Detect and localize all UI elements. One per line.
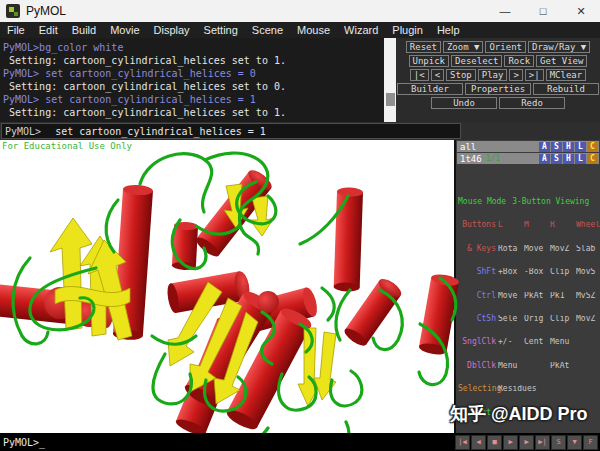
object-row-all[interactable]: all A S H L C bbox=[457, 141, 599, 152]
label-button[interactable]: L bbox=[575, 154, 586, 164]
mouse-row-ctsh: CtSh Sele Orig Clip MovZ bbox=[458, 315, 600, 323]
pymol-window: PyMOL — □ ✕ File Edit Build Movie Displa… bbox=[0, 0, 600, 451]
color-button[interactable]: C bbox=[587, 142, 598, 152]
getview-button[interactable]: Get View bbox=[536, 55, 587, 67]
menu-help[interactable]: Help bbox=[430, 24, 467, 36]
console-line: PyMOL> set cartoon_cylindrical_helices =… bbox=[3, 93, 384, 106]
zoom-dropdown[interactable]: Zoom ▼ bbox=[443, 41, 484, 53]
console-scrollbar[interactable] bbox=[384, 38, 396, 122]
console-log[interactable]: PyMOL>bg_color white Setting: cartoon_cy… bbox=[0, 38, 384, 122]
deselect-button[interactable]: Deselect bbox=[451, 55, 502, 67]
builder-button[interactable]: Builder bbox=[397, 83, 463, 95]
vcr-stop-button[interactable]: ■ bbox=[487, 435, 502, 450]
object-row-1t46[interactable]: 1t46 1/1 A S H L C bbox=[457, 153, 599, 164]
vcr-last-button[interactable]: ▶| bbox=[535, 435, 550, 450]
mouse-row-dblclk: DblClk Menu PkAt bbox=[458, 362, 600, 370]
vcr-play-button[interactable]: ▶ bbox=[503, 435, 518, 450]
color-button[interactable]: C bbox=[587, 154, 598, 164]
reset-button[interactable]: Reset bbox=[406, 41, 441, 53]
mouse-row-keys: & Keys Rota Move MovZ Slab bbox=[458, 245, 600, 253]
mouse-mode-panel: Mouse Mode 3-Button Viewing Buttons L M … bbox=[456, 182, 600, 434]
forward-button[interactable]: > bbox=[509, 69, 522, 81]
rewind-button[interactable]: |< bbox=[410, 69, 429, 81]
vcr-first-button[interactable]: |◀ bbox=[455, 435, 470, 450]
menu-display[interactable]: Display bbox=[147, 24, 197, 36]
bottom-bar: PyMOL>_ |◀ ◀ ■ ▶ ▶ ▶| S ▼ F bbox=[0, 433, 600, 451]
title-bar: PyMOL — □ ✕ bbox=[0, 0, 600, 22]
console-scrollbar-thumb[interactable] bbox=[386, 93, 395, 106]
console-line: Setting: cartoon_cylindrical_helices set… bbox=[3, 106, 384, 119]
redo-button[interactable]: Redo bbox=[499, 97, 565, 109]
control-panel: Reset Zoom ▼ Orient Draw/Ray ▼ Unpick De… bbox=[396, 38, 600, 122]
mouse-row-buttons: Buttons L M R Wheel bbox=[458, 221, 600, 229]
rock-button[interactable]: Rock bbox=[504, 55, 534, 67]
mouse-row-shift: ShFt +Box -Box Clip MovS bbox=[458, 268, 600, 276]
play-button[interactable]: Play bbox=[478, 69, 508, 81]
mouse-row-selecting[interactable]: Selecting Residues bbox=[458, 385, 600, 393]
command-bar: PyMOL> set cartoon_cylindrical_helices =… bbox=[0, 122, 600, 140]
drawray-dropdown[interactable]: Draw/Ray ▼ bbox=[528, 41, 590, 53]
close-button[interactable]: ✕ bbox=[562, 0, 600, 22]
command-value: set cartoon_cylindrical_helices = 1 bbox=[55, 126, 266, 137]
console-line: Setting: cartoon_cylindrical_helices set… bbox=[3, 54, 384, 67]
mouse-row-ctrl: Ctrl Move PkAt Pk1 MvSZ bbox=[458, 292, 600, 300]
object-state: 1/1 bbox=[486, 154, 500, 163]
vcr-controls: |◀ ◀ ■ ▶ ▶ ▶| S ▼ F bbox=[454, 435, 598, 450]
vcr-back-button[interactable]: ◀ bbox=[471, 435, 486, 450]
menu-file[interactable]: File bbox=[0, 24, 32, 36]
vcr-seq-button[interactable]: S bbox=[551, 435, 566, 450]
console-line: PyMOL>bg_color white bbox=[3, 41, 384, 54]
unpick-button[interactable]: Unpick bbox=[409, 55, 450, 67]
mouse-row-snglclk: SnglClk +/- Cent Menu bbox=[458, 338, 600, 346]
menu-scene[interactable]: Scene bbox=[245, 24, 290, 36]
menu-edit[interactable]: Edit bbox=[32, 24, 65, 36]
back-button[interactable]: < bbox=[431, 69, 444, 81]
menu-movie[interactable]: Movie bbox=[103, 24, 146, 36]
stop-button[interactable]: Stop bbox=[446, 69, 476, 81]
menu-mouse[interactable]: Mouse bbox=[290, 24, 337, 36]
vcr-rock-button[interactable]: ▼ bbox=[567, 435, 582, 450]
label-button[interactable]: L bbox=[575, 142, 586, 152]
action-button[interactable]: A bbox=[539, 142, 550, 152]
educational-notice: For Educational Use Only bbox=[2, 141, 132, 151]
orient-button[interactable]: Orient bbox=[485, 41, 526, 53]
console-line: Setting: cartoon_cylindrical_helices set… bbox=[3, 80, 384, 93]
zhihu-watermark: 知乎 @AIDD Pro bbox=[450, 402, 588, 426]
show-button[interactable]: S bbox=[551, 154, 562, 164]
show-button[interactable]: S bbox=[551, 142, 562, 152]
vcr-forward-button[interactable]: ▶ bbox=[519, 435, 534, 450]
menu-setting[interactable]: Setting bbox=[197, 24, 245, 36]
window-title: PyMOL bbox=[26, 4, 66, 18]
rebuild-button[interactable]: Rebuild bbox=[533, 83, 599, 95]
vcr-fullscreen-button[interactable]: F bbox=[583, 435, 598, 450]
molecule-viewport[interactable]: For Educational Use Only bbox=[0, 140, 456, 433]
side-panel: all A S H L C 1t46 1/1 A S H L C bbox=[456, 140, 600, 433]
menu-build[interactable]: Build bbox=[65, 24, 103, 36]
maximize-button[interactable]: □ bbox=[524, 0, 562, 22]
menu-wizard[interactable]: Wizard bbox=[337, 24, 385, 36]
action-button[interactable]: A bbox=[539, 154, 550, 164]
properties-button[interactable]: Properties bbox=[465, 83, 531, 95]
undo-button[interactable]: Undo bbox=[431, 97, 497, 109]
mouse-mode-title[interactable]: Mouse Mode 3-Button Viewing bbox=[458, 198, 600, 206]
hide-button[interactable]: H bbox=[563, 142, 574, 152]
command-prompt: PyMOL> bbox=[5, 126, 41, 137]
console-line: PyMOL> set cartoon_cylindrical_helices =… bbox=[3, 67, 384, 80]
menu-plugin[interactable]: Plugin bbox=[385, 24, 430, 36]
hide-button[interactable]: H bbox=[563, 154, 574, 164]
command-input[interactable]: PyMOL> set cartoon_cylindrical_helices =… bbox=[1, 123, 461, 139]
bottom-command-prompt[interactable]: PyMOL>_ bbox=[3, 437, 454, 448]
menu-bar: File Edit Build Movie Display Setting Sc… bbox=[0, 22, 600, 38]
minimize-button[interactable]: — bbox=[486, 0, 524, 22]
pymol-app-icon bbox=[6, 4, 20, 18]
mclear-button[interactable]: MClear bbox=[546, 69, 587, 81]
end-button[interactable]: >| bbox=[525, 69, 544, 81]
molecule-render bbox=[0, 140, 464, 433]
